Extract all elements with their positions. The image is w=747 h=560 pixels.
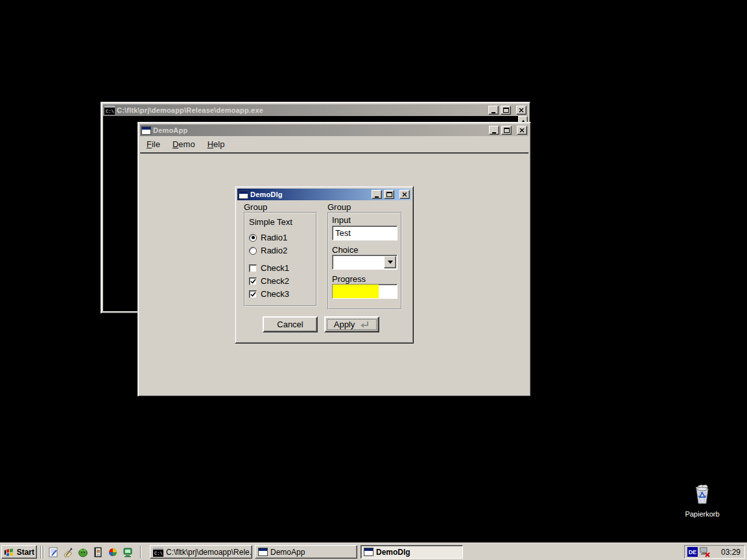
radio-icon [249, 247, 257, 255]
chevron-down-icon [388, 261, 393, 264]
quick-launch-bar [46, 545, 134, 559]
radio-icon [249, 234, 257, 242]
demoapp-close-button[interactable] [517, 126, 527, 135]
left-group-label: Group [244, 202, 267, 212]
progress-fill [333, 285, 379, 298]
task-label: DemoApp [270, 548, 305, 557]
desktop: { "desktop": { "background": "#000000", … [0, 0, 747, 560]
input-field[interactable] [332, 226, 397, 240]
window-icon [258, 548, 268, 556]
window-icon [364, 548, 374, 556]
close-icon [519, 128, 525, 133]
console-title: C:\fltk\prj\demoapp\Release\demoapp.exe [117, 106, 486, 114]
menu-item-help[interactable]: Help [208, 139, 225, 149]
apply-button[interactable]: Apply [324, 316, 379, 332]
choice-dropdown[interactable] [332, 255, 397, 270]
choice-value [333, 257, 335, 266]
network-disconnected-icon[interactable] [700, 547, 711, 557]
radio-radio2[interactable]: Radio2 [249, 246, 287, 255]
check3-label: Check3 [261, 289, 289, 299]
taskbar-divider [140, 546, 141, 559]
taskbar: Start C:\ C:\fltk\prj\demoapp\Rele... [0, 542, 747, 560]
checkbox-icon [249, 290, 257, 298]
progress-label: Progress [332, 274, 366, 284]
task-button-demodlg[interactable]: DemoDlg [361, 545, 463, 559]
system-tray: DE 03:29 [684, 545, 745, 559]
start-label: Start [17, 548, 34, 557]
green-creature-icon[interactable] [76, 545, 89, 559]
address-book-icon[interactable] [91, 545, 104, 559]
taskbar-divider [40, 546, 42, 559]
window-icon [239, 191, 248, 199]
terminal-monitor-icon[interactable] [121, 545, 134, 559]
close-icon [402, 192, 407, 197]
demoapp-menubar: File Demo Help [140, 136, 528, 154]
recycle-bin-label: Papierkorb [680, 510, 724, 518]
demodlg-titlebar[interactable]: DemoDlg [237, 189, 411, 200]
apply-button-label: Apply [334, 320, 355, 329]
window-icon [141, 126, 151, 135]
color-ball-icon[interactable] [106, 545, 119, 559]
checkbox-check2[interactable]: Check2 [249, 276, 289, 286]
maximize-icon [386, 192, 392, 197]
radio1-label: Radio1 [261, 233, 287, 242]
demodlg-close-button[interactable] [399, 190, 410, 199]
demoapp-titlebar[interactable]: DemoApp [140, 124, 528, 136]
demodlg-window: DemoDlg Group Simple Text Radio1 Radio2 [235, 186, 414, 344]
input-label: Input [332, 215, 351, 225]
cancel-button[interactable]: Cancel [263, 316, 318, 332]
demoapp-title: DemoApp [153, 126, 487, 134]
demodlg-body: Group Simple Text Radio1 Radio2 Check1 [237, 200, 411, 341]
notepad-pen-icon[interactable] [46, 545, 60, 559]
console-titlebar[interactable]: C:\ C:\fltk\prj\demoapp\Release\demoapp.… [103, 104, 528, 116]
windows-logo-icon [4, 548, 14, 557]
checkbox-check3[interactable]: Check3 [249, 289, 289, 299]
recycle-bin-icon [691, 484, 713, 506]
console-icon: C:\ [104, 106, 115, 115]
start-button[interactable]: Start [1, 545, 37, 559]
choice-label: Choice [332, 245, 358, 255]
recycle-bin-desktop-icon[interactable]: Papierkorb [680, 484, 724, 518]
radio-dot-1 [252, 236, 255, 239]
minimize-icon [492, 112, 495, 113]
hand-pen-icon[interactable] [61, 545, 75, 559]
taskbar-clock: 03:29 [721, 548, 742, 557]
menu-item-file[interactable]: File [147, 139, 160, 149]
demoapp-maximize-button[interactable] [501, 126, 512, 135]
cancel-button-label: Cancel [277, 320, 303, 329]
console-close-button[interactable] [516, 106, 527, 115]
keyboard-layout-indicator[interactable]: DE [687, 547, 698, 557]
demoapp-minimize-button[interactable] [489, 126, 499, 135]
left-groupbox: Simple Text Radio1 Radio2 Check1 Check2 [244, 212, 317, 307]
task-label: C:\fltk\prj\demoapp\Rele... [166, 548, 252, 557]
demodlg-maximize-button[interactable] [384, 190, 394, 199]
radio-radio1[interactable]: Radio1 [249, 233, 287, 242]
radio2-label: Radio2 [261, 246, 287, 255]
task-button-console[interactable]: C:\ C:\fltk\prj\demoapp\Rele... [150, 545, 252, 559]
svg-text:C:\: C:\ [154, 551, 163, 556]
svg-text:C:\: C:\ [106, 109, 114, 114]
quick-launch-handle[interactable] [43, 546, 44, 559]
console-minimize-button[interactable] [488, 106, 499, 115]
demodlg-title: DemoDlg [250, 191, 370, 198]
minimize-icon [492, 132, 496, 134]
checkbox-icon [249, 277, 257, 285]
check-mark-3 [250, 292, 256, 297]
maximize-icon [504, 128, 510, 133]
task-button-demoapp[interactable]: DemoApp [255, 545, 357, 559]
task-label: DemoDlg [376, 548, 410, 557]
maximize-icon [503, 108, 509, 113]
checkbox-check1[interactable]: Check1 [249, 263, 289, 273]
demodlg-minimize-button[interactable] [372, 190, 382, 199]
progress-bar [332, 284, 397, 299]
check-mark-2 [250, 279, 256, 284]
check1-label: Check1 [261, 263, 289, 273]
console-icon: C:\ [153, 548, 163, 557]
choice-arrow-button[interactable] [384, 256, 396, 268]
simple-text-label: Simple Text [249, 217, 292, 227]
return-arrow-icon [359, 321, 370, 329]
menu-item-demo[interactable]: Demo [172, 139, 195, 149]
checkbox-icon [249, 264, 257, 272]
console-maximize-button[interactable] [501, 106, 511, 115]
right-group-label: Group [327, 202, 351, 212]
